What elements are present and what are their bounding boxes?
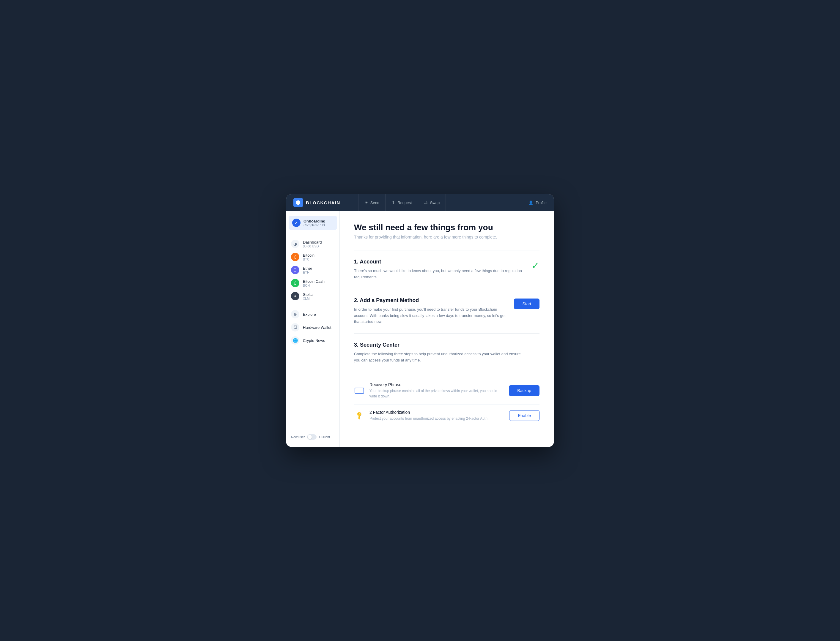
nav-request-label: Request bbox=[397, 200, 412, 205]
xlm-icon: ✦ bbox=[291, 292, 299, 300]
section-payment-desc: In order to make your first purchase, yo… bbox=[354, 306, 507, 325]
bch-name: Bitcoin Cash bbox=[303, 279, 325, 283]
explore-text: Explore bbox=[303, 312, 316, 317]
backup-button[interactable]: Backup bbox=[509, 385, 540, 396]
sidebar-onboarding[interactable]: ✓ Onboarding Completed 1/3 bbox=[289, 216, 337, 230]
eth-text: Ether ETH bbox=[303, 266, 312, 274]
news-name: Crypto News bbox=[303, 338, 325, 343]
logo-svg bbox=[295, 200, 301, 206]
logo-text: BLOCKCHAIN bbox=[306, 200, 340, 205]
section-account-desc: There's so much we would like to know ab… bbox=[354, 268, 524, 280]
send-icon: ✈ bbox=[364, 200, 368, 205]
main-content: We still need a few things from you Than… bbox=[340, 211, 554, 447]
btc-code: BTC bbox=[303, 258, 315, 261]
svg-marker-0 bbox=[296, 200, 300, 205]
onboarding-icon: ✓ bbox=[292, 219, 300, 227]
hardware-text: Hardware Wallet bbox=[303, 325, 331, 330]
onboarding-text: Onboarding Completed 1/3 bbox=[304, 219, 325, 227]
xlm-name: Stellar bbox=[303, 292, 314, 297]
nav-send[interactable]: ✈ Send bbox=[358, 194, 386, 211]
section-payment-title: 2. Add a Payment Method bbox=[354, 297, 507, 304]
enable-button[interactable]: Enable bbox=[509, 410, 540, 421]
recovery-title: Recovery Phrase bbox=[370, 382, 504, 387]
dashboard-icon: ◑ bbox=[291, 240, 299, 248]
request-icon: ⬆ bbox=[391, 200, 395, 205]
section-account-content: 1. Account There's so much we would like… bbox=[354, 259, 524, 280]
btc-icon: ₿ bbox=[291, 253, 299, 261]
sidebar: ✓ Onboarding Completed 1/3 ◑ Dashboard $… bbox=[286, 211, 340, 447]
page-title: We still need a few things from you bbox=[354, 223, 540, 232]
start-button[interactable]: Start bbox=[514, 298, 540, 309]
news-icon: 🌐 bbox=[291, 336, 299, 345]
hardware-name: Hardware Wallet bbox=[303, 325, 331, 330]
section-security-title: 3. Security Center bbox=[354, 342, 540, 348]
hardware-icon: 🖫 bbox=[291, 323, 299, 332]
xlm-code: XLM bbox=[303, 297, 314, 300]
recovery-phrase-icon bbox=[355, 388, 364, 394]
section-security: 3. Security Center Complete the followin… bbox=[354, 333, 540, 435]
page-subtitle: Thanks for providing that information, h… bbox=[354, 235, 540, 239]
twofa-title: 2 Factor Authorization bbox=[370, 410, 504, 415]
nav-profile[interactable]: 👤 Profile bbox=[528, 200, 547, 205]
explore-name: Explore bbox=[303, 312, 316, 317]
sidebar-item-stellar[interactable]: ✦ Stellar XLM bbox=[286, 290, 339, 303]
key-icon: 🔑 bbox=[355, 411, 364, 420]
check-icon: ✓ bbox=[531, 260, 540, 271]
recovery-action: Backup bbox=[509, 385, 540, 396]
sidebar-item-dashboard[interactable]: ◑ Dashboard $0.00 USD bbox=[286, 237, 339, 250]
nav-swap[interactable]: ⇄ Swap bbox=[418, 194, 446, 211]
onboarding-title: Onboarding bbox=[304, 219, 325, 223]
key-icon-wrap: 🔑 bbox=[354, 412, 365, 419]
sidebar-item-bitcoin-cash[interactable]: ₿ Bitcoin Cash BCH bbox=[286, 277, 339, 290]
section-account-action: ✓ bbox=[531, 259, 540, 271]
btc-text: Bitcoin BTC bbox=[303, 253, 315, 261]
eth-code: ETH bbox=[303, 271, 312, 274]
dashboard-text: Dashboard $0.00 USD bbox=[303, 240, 322, 248]
section-security-content: 3. Security Center Complete the followin… bbox=[354, 342, 540, 364]
sidebar-item-crypto-news[interactable]: 🌐 Crypto News bbox=[286, 334, 339, 347]
twofa-text: 2 Factor Authorization Protect your acco… bbox=[370, 410, 504, 421]
nav-items: ✈ Send ⬆ Request ⇄ Swap bbox=[358, 194, 528, 211]
xlm-text: Stellar XLM bbox=[303, 292, 314, 300]
sidebar-divider-1 bbox=[291, 235, 335, 235]
dashboard-name: Dashboard bbox=[303, 240, 322, 245]
section-payment-action: Start bbox=[514, 297, 540, 309]
eth-name: Ether bbox=[303, 266, 312, 271]
explore-icon: ⊕ bbox=[291, 310, 299, 319]
sidebar-item-ether[interactable]: Ξ Ether ETH bbox=[286, 264, 339, 277]
main-layout: ✓ Onboarding Completed 1/3 ◑ Dashboard $… bbox=[286, 211, 554, 447]
current-label: Current bbox=[319, 435, 330, 439]
twofa-action: Enable bbox=[509, 410, 540, 421]
sidebar-bottom: New user Current bbox=[286, 431, 339, 443]
sidebar-item-hardware-wallet[interactable]: 🖫 Hardware Wallet bbox=[286, 321, 339, 334]
bch-icon: ₿ bbox=[291, 279, 299, 287]
nav-swap-label: Swap bbox=[430, 200, 440, 205]
section-payment: 2. Add a Payment Method In order to make… bbox=[354, 289, 540, 333]
dashboard-code: $0.00 USD bbox=[303, 245, 322, 248]
recovery-desc: Your backup phrase contains all of the p… bbox=[370, 388, 504, 399]
security-item-2fa: 🔑 2 Factor Authorization Protect your ac… bbox=[354, 404, 540, 427]
top-nav: BLOCKCHAIN ✈ Send ⬆ Request ⇄ Swap 👤 Pro… bbox=[286, 194, 554, 211]
bch-code: BCH bbox=[303, 283, 325, 287]
section-security-desc: Complete the following three steps to he… bbox=[354, 351, 527, 364]
news-text: Crypto News bbox=[303, 338, 325, 343]
swap-icon: ⇄ bbox=[424, 200, 428, 205]
sidebar-item-explore[interactable]: ⊕ Explore bbox=[286, 308, 339, 321]
nav-profile-label: Profile bbox=[536, 200, 547, 205]
profile-icon: 👤 bbox=[528, 200, 533, 205]
bch-text: Bitcoin Cash BCH bbox=[303, 279, 325, 287]
twofa-desc: Protect your accounts from unauthorized … bbox=[370, 416, 504, 421]
app-window: BLOCKCHAIN ✈ Send ⬆ Request ⇄ Swap 👤 Pro… bbox=[286, 194, 554, 447]
recovery-icon-wrap bbox=[354, 388, 365, 394]
sidebar-item-bitcoin[interactable]: ₿ Bitcoin BTC bbox=[286, 250, 339, 264]
recovery-text: Recovery Phrase Your backup phrase conta… bbox=[370, 382, 504, 399]
toggle-knob bbox=[308, 435, 312, 439]
section-account-title: 1. Account bbox=[354, 259, 524, 265]
nav-request[interactable]: ⬆ Request bbox=[386, 194, 418, 211]
section-security-header: 3. Security Center Complete the followin… bbox=[354, 342, 540, 364]
user-toggle[interactable] bbox=[307, 434, 317, 440]
new-user-label: New user bbox=[291, 435, 305, 439]
eth-icon: Ξ bbox=[291, 266, 299, 274]
section-payment-content: 2. Add a Payment Method In order to make… bbox=[354, 297, 507, 325]
section-account: 1. Account There's so much we would like… bbox=[354, 250, 540, 289]
